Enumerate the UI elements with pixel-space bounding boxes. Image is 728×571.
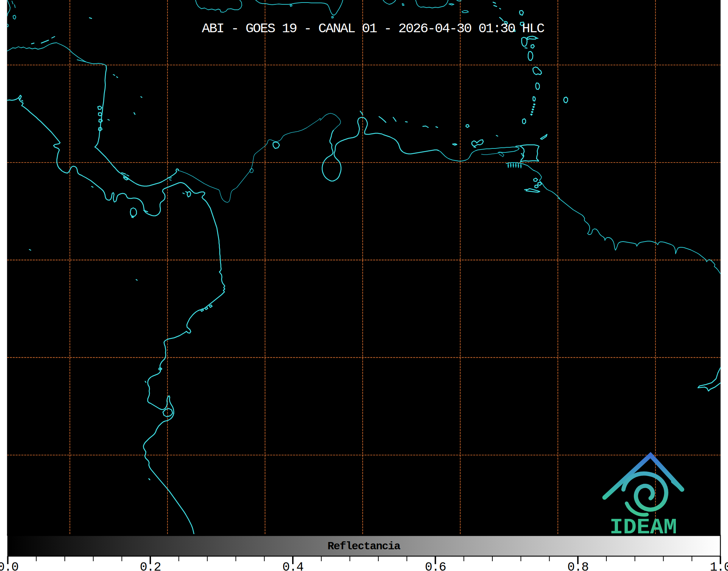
svg-text:Reflectancia: Reflectancia [328,540,401,553]
svg-text:1.0: 1.0 [710,560,728,571]
svg-text:0.2: 0.2 [140,560,161,571]
svg-text:0.8: 0.8 [567,560,588,571]
svg-text:0.4: 0.4 [282,560,303,571]
svg-text:0.6: 0.6 [425,560,446,571]
svg-text:0.0: 0.0 [0,560,18,571]
svg-text:ABI - GOES 19 - CANAL 01 - 202: ABI - GOES 19 - CANAL 01 - 2026-04-30 01… [202,21,544,36]
